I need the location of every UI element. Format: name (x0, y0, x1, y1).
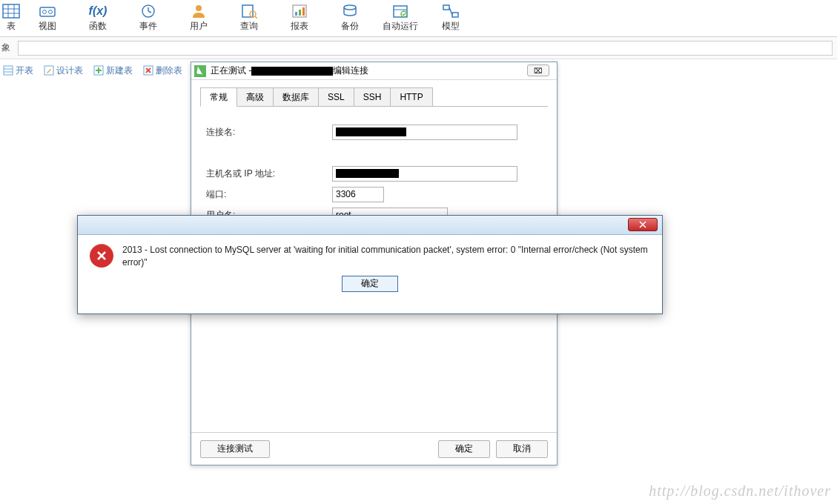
query-icon (240, 4, 258, 19)
title-suffix: 编辑连接 (333, 64, 368, 77)
ribbon-item-function[interactable]: f(x) 函数 (73, 0, 123, 37)
cancel-button[interactable]: 取消 (496, 440, 548, 458)
new-table-button[interactable]: 新建表 (93, 64, 133, 77)
ribbon-item-backup[interactable]: 备份 (325, 0, 375, 37)
port-input[interactable] (332, 187, 384, 202)
svg-rect-24 (452, 13, 458, 17)
svg-point-11 (196, 5, 202, 11)
error-titlebar[interactable] (78, 216, 662, 235)
ribbon-item-query[interactable]: 查询 (224, 0, 274, 37)
ribbon-item-user[interactable]: 用户 (173, 0, 224, 37)
port-label: 端口: (206, 188, 332, 201)
user-icon (190, 4, 208, 19)
tab-database[interactable]: 数据库 (273, 87, 319, 107)
svg-point-19 (344, 5, 356, 10)
toolstrip-label: 开表 (16, 64, 33, 77)
ribbon-label: 表 (7, 20, 16, 33)
toolstrip-label: 新建表 (106, 64, 133, 77)
dialog-tabstrip: 常规 高级 数据库 SSL SSH HTTP (200, 87, 548, 107)
report-icon (291, 4, 308, 19)
error-footer: 确定 (78, 276, 662, 298)
svg-line-25 (449, 7, 452, 15)
svg-line-10 (148, 11, 151, 13)
dialog-footer: 连接测试 确定 取消 (191, 432, 557, 465)
address-bar-row: 象 (0, 37, 837, 59)
toolstrip-label: 设计表 (56, 64, 83, 77)
test-connection-button[interactable]: 连接测试 (200, 440, 270, 458)
tab-ssh[interactable]: SSH (354, 87, 391, 107)
address-prefix: 象 (0, 42, 13, 54)
schedule-icon (391, 4, 409, 19)
close-icon (639, 221, 646, 228)
tab-general[interactable]: 常规 (200, 87, 237, 107)
title-prefix: 正在测试 - (211, 64, 251, 77)
design-icon (44, 65, 54, 76)
svg-rect-17 (299, 10, 301, 16)
error-icon (90, 244, 113, 268)
model-icon (442, 4, 460, 19)
ribbon-label: 备份 (341, 20, 359, 33)
delete-table-button[interactable]: 删除表 (143, 64, 182, 77)
conn-name-label: 连接名: (206, 126, 332, 139)
ribbon-label: 事件 (139, 20, 157, 33)
ribbon-item-model[interactable]: 模型 (426, 0, 476, 37)
svg-line-14 (255, 16, 257, 19)
event-icon (139, 4, 157, 19)
svg-rect-23 (443, 5, 449, 10)
view-icon (39, 4, 56, 19)
main-ribbon: 表 视图 f(x) 函数 事件 用户 查询 报表 备份 自动运行 模型 (0, 0, 837, 37)
title-redacted (251, 67, 333, 76)
ribbon-label: 用户 (190, 20, 208, 33)
navicat-icon (194, 65, 206, 77)
ribbon-item-view[interactable]: 视图 (22, 0, 73, 37)
ribbon-item-report[interactable]: 报表 (274, 0, 325, 37)
svg-point-6 (43, 10, 47, 14)
conn-name-input[interactable] (332, 125, 517, 140)
tab-http[interactable]: HTTP (390, 87, 432, 107)
svg-point-7 (49, 10, 53, 14)
watermark-text: http://blog.csdn.net/ithover (649, 483, 831, 500)
dialog-close-button[interactable]: ⌧ (527, 64, 549, 76)
ribbon-label: 模型 (442, 20, 460, 33)
design-table-button[interactable]: 设计表 (44, 64, 83, 77)
host-label: 主机名或 IP 地址: (206, 168, 332, 180)
error-dialog: 2013 - Lost connection to MySQL server a… (77, 215, 663, 314)
tab-advanced[interactable]: 高级 (236, 87, 274, 107)
error-body: 2013 - Lost connection to MySQL server a… (78, 235, 662, 276)
ribbon-item-table[interactable]: 表 (0, 0, 22, 37)
toolstrip-label: 删除表 (156, 64, 182, 77)
open-table-button[interactable]: 开表 (3, 64, 33, 77)
grid-icon (3, 65, 13, 76)
svg-rect-18 (302, 7, 305, 16)
ribbon-label: 自动运行 (383, 20, 418, 33)
ok-button[interactable]: 确定 (438, 440, 490, 458)
svg-rect-0 (3, 4, 19, 18)
new-icon (93, 65, 104, 76)
address-bar[interactable] (18, 41, 833, 56)
ribbon-label: 查询 (240, 20, 258, 33)
backup-icon (341, 4, 359, 19)
ribbon-label: 视图 (39, 20, 56, 33)
delete-icon (143, 65, 153, 76)
table-icon (2, 4, 20, 19)
ribbon-label: 报表 (291, 20, 308, 33)
error-message: 2013 - Lost connection to MySQL server a… (122, 244, 650, 270)
function-icon: f(x) (89, 4, 107, 19)
host-input[interactable] (332, 166, 517, 182)
ribbon-item-event[interactable]: 事件 (123, 0, 173, 37)
error-close-button[interactable] (628, 218, 658, 231)
svg-rect-26 (4, 66, 13, 75)
tab-ssl[interactable]: SSL (318, 87, 354, 107)
ribbon-label: 函数 (89, 20, 107, 33)
ribbon-item-schedule[interactable]: 自动运行 (375, 0, 426, 37)
dialog-titlebar[interactable]: 正在测试 - 编辑连接 ⌧ (191, 62, 557, 80)
svg-rect-16 (295, 12, 297, 16)
error-ok-button[interactable]: 确定 (342, 276, 398, 292)
